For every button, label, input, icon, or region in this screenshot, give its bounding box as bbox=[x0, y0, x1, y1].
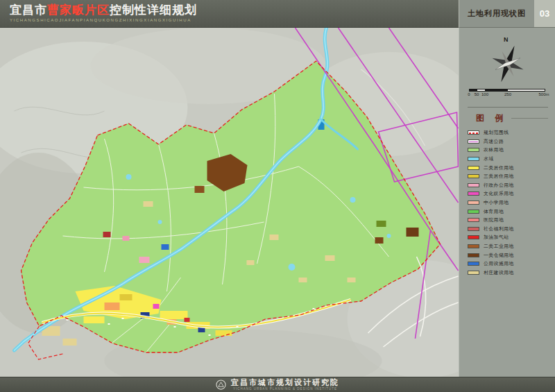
title-highlight: 曹家畈片区 bbox=[47, 3, 110, 17]
header: 宜昌市曹家畈片区控制性详细规划 YICHANGSHICAOJIAFANPIANQ… bbox=[0, 0, 459, 28]
legend-item: 水域 bbox=[468, 155, 548, 164]
legend-item: 文化娱乐用地 bbox=[468, 189, 548, 198]
divider bbox=[511, 118, 548, 119]
legend-item: 社会福利用地 bbox=[468, 225, 548, 234]
sheet-number-badge: 03 bbox=[534, 0, 555, 27]
legend-swatch bbox=[468, 191, 479, 196]
scale-bar: 0 50 100 250 500m bbox=[469, 89, 547, 101]
legend-swatch bbox=[468, 174, 479, 178]
legend-item: 体育用地 bbox=[468, 207, 548, 216]
sidebar: N 0 50 100 250 500m bbox=[459, 28, 555, 377]
scale-label: 0 bbox=[468, 92, 470, 96]
legend-swatch bbox=[468, 148, 479, 152]
legend-swatch bbox=[468, 253, 479, 257]
scale-labels: 0 50 100 250 500m bbox=[469, 92, 549, 99]
map-canvas bbox=[0, 28, 459, 377]
legend-item: 公用设施用地 bbox=[468, 259, 548, 269]
institute-logo-icon bbox=[216, 380, 226, 390]
scale-label: 100 bbox=[481, 92, 488, 96]
planning-map-sheet: 宜昌市曹家畈片区控制性详细规划 YICHANGSHICAOJIAFANPIANQ… bbox=[0, 0, 555, 392]
legend-item: 中小学用地 bbox=[468, 198, 548, 207]
title-pinyin: YICHANGSHICAOJIAFANPIANQUKONGZHIXINGXIAN… bbox=[10, 18, 459, 22]
legend-swatch bbox=[468, 244, 479, 248]
scale-label: 250 bbox=[504, 92, 511, 96]
legend-item: 二类居住用地 bbox=[468, 163, 548, 172]
legend-swatch bbox=[468, 210, 479, 214]
north-arrow-icon: N bbox=[486, 35, 530, 85]
legend-item: 三类居住用地 bbox=[468, 172, 548, 181]
scale-label: 50 bbox=[475, 92, 479, 96]
land-use-map bbox=[0, 28, 459, 377]
legend-item: 行政办公用地 bbox=[468, 181, 548, 190]
legend-title: 图 例 bbox=[468, 112, 511, 124]
legend-swatch bbox=[468, 201, 479, 205]
page-title: 宜昌市曹家畈片区控制性详细规划 bbox=[10, 3, 459, 17]
legend-item: 规划范围线 bbox=[468, 128, 548, 137]
legend-item: 高速公路 bbox=[468, 137, 548, 146]
legend-item: 医院用地 bbox=[468, 216, 548, 225]
title-prefix: 宜昌市 bbox=[10, 3, 47, 17]
legend-list: 规划范围线 高速公路 农林用地 水域 二类居住用地 三类居住用地 bbox=[468, 128, 548, 277]
legend-item: 二类工业用地 bbox=[468, 242, 548, 251]
map-sheet-title: 土地利用现状图 bbox=[459, 8, 534, 19]
legend-swatch bbox=[468, 227, 479, 231]
legend-swatch bbox=[468, 139, 479, 144]
legend-swatch bbox=[468, 157, 479, 161]
legend-swatch bbox=[468, 235, 479, 239]
svg-text:N: N bbox=[504, 36, 509, 43]
institute-name-block: 宜昌市城市规划设计研究院 YICHANG URBAN PLANNING & DE… bbox=[231, 379, 339, 391]
legend-item: 一类仓储用地 bbox=[468, 250, 548, 259]
legend-swatch bbox=[468, 166, 479, 170]
institute-name: 宜昌市城市规划设计研究院 bbox=[231, 379, 339, 386]
legend-swatch bbox=[468, 130, 479, 135]
sheet-header: 土地利用现状图 03 bbox=[459, 0, 555, 28]
compass: N bbox=[486, 35, 530, 85]
title-suffix: 控制性详细规划 bbox=[110, 3, 197, 17]
divider bbox=[468, 107, 548, 108]
legend-swatch bbox=[468, 271, 479, 275]
legend-swatch bbox=[468, 218, 479, 222]
institute-name-en: YICHANG URBAN PLANNING & DESIGN INSTITUT… bbox=[233, 388, 337, 391]
legend-header: 图 例 bbox=[468, 112, 548, 124]
legend-item: 村庄建设用地 bbox=[468, 269, 548, 278]
legend-swatch bbox=[468, 183, 479, 187]
legend-item: 加油加气站 bbox=[468, 233, 548, 242]
footer: 宜昌市城市规划设计研究院 YICHANG URBAN PLANNING & DE… bbox=[0, 377, 555, 392]
legend-item: 农林用地 bbox=[468, 146, 548, 155]
legend-swatch bbox=[468, 262, 479, 266]
scale-label: 500m bbox=[538, 92, 549, 96]
